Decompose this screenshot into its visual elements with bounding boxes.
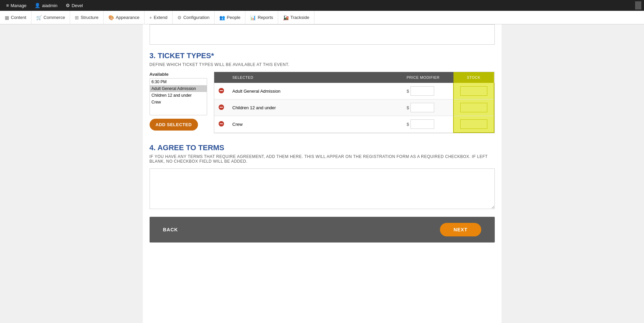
col-selected-header: Selected bbox=[228, 72, 403, 83]
table-row: Crew $ bbox=[214, 116, 494, 133]
ticket-name-2: Children 12 and under bbox=[228, 99, 403, 116]
configuration-label: Configuration bbox=[183, 15, 209, 20]
top-right-toggle[interactable] bbox=[635, 1, 641, 9]
remove-cell-2 bbox=[214, 99, 228, 116]
manage-label: Manage bbox=[10, 3, 26, 8]
stock-cell-1 bbox=[453, 83, 494, 99]
price-cell-1: $ bbox=[403, 83, 453, 99]
available-list-container: Available 6:30 PM Adult General Admissio… bbox=[150, 72, 207, 133]
stock-cell-2 bbox=[453, 99, 494, 116]
svg-rect-1 bbox=[220, 90, 223, 91]
content-icon: ▦ bbox=[5, 15, 9, 20]
price-input-2[interactable] bbox=[410, 103, 434, 112]
remove-button-2[interactable] bbox=[218, 104, 224, 111]
commerce-label: Commerce bbox=[44, 15, 65, 20]
menu-appearance[interactable]: 🎨 Appearance bbox=[104, 11, 145, 24]
people-label: People bbox=[227, 15, 240, 20]
menu-structure[interactable]: ⊞ Structure bbox=[70, 11, 104, 24]
dollar-sign-3: $ bbox=[407, 122, 409, 127]
people-icon: 👥 bbox=[219, 15, 225, 20]
manage-icon: ≡ bbox=[6, 3, 9, 8]
extend-icon: + bbox=[149, 15, 152, 20]
table-row: Children 12 and under $ bbox=[214, 99, 494, 116]
menu-trackside[interactable]: 🚂 Trackside bbox=[278, 11, 314, 24]
stock-cell-3 bbox=[453, 116, 494, 133]
main-content: 3. TICKET TYPES* DEFINE WHICH TICKET TYP… bbox=[143, 24, 502, 323]
section-4: 4. AGREE TO TERMS IF YOU HAVE ANY TERMS … bbox=[150, 143, 495, 210]
section-3-num: 3. bbox=[150, 51, 158, 60]
top-partial-box bbox=[150, 24, 495, 45]
devel-label: Devel bbox=[72, 3, 83, 8]
terms-textarea[interactable] bbox=[150, 168, 495, 209]
configuration-icon: ⚙ bbox=[177, 15, 182, 20]
aiadmin-nav-item[interactable]: 👤 aiadmin bbox=[31, 1, 61, 9]
stock-input-3[interactable] bbox=[460, 119, 487, 129]
menu-content[interactable]: ▦ Content bbox=[0, 11, 31, 24]
appearance-label: Appearance bbox=[116, 15, 139, 20]
price-input-wrap-3: $ bbox=[407, 119, 449, 129]
menu-configuration[interactable]: ⚙ Configuration bbox=[173, 11, 215, 24]
available-select[interactable]: 6:30 PM Adult General Admission Children… bbox=[150, 78, 207, 115]
col-remove bbox=[214, 72, 228, 83]
section-3-title: TICKET TYPES* bbox=[158, 51, 214, 60]
price-input-1[interactable] bbox=[410, 86, 434, 96]
section-4-subtitle: IF YOU HAVE ANY TERMS THAT REQUIRE AGREE… bbox=[150, 154, 495, 164]
menu-people[interactable]: 👥 People bbox=[215, 11, 245, 24]
remove-button-3[interactable] bbox=[218, 121, 224, 128]
add-selected-button[interactable]: ADD SELECTED bbox=[150, 119, 198, 131]
section-4-title: AGREE TO TERMS bbox=[157, 143, 224, 152]
reports-label: Reports bbox=[258, 15, 273, 20]
back-button[interactable]: BACK bbox=[163, 227, 178, 232]
price-input-3[interactable] bbox=[410, 119, 434, 129]
price-cell-3: $ bbox=[403, 116, 453, 133]
remove-cell-3 bbox=[214, 116, 228, 133]
svg-rect-3 bbox=[220, 107, 223, 108]
remove-cell-1 bbox=[214, 83, 228, 99]
action-bar: BACK NEXT bbox=[150, 217, 495, 243]
ticket-table: Selected PRICE MODIFIER STOCK Adult Gene… bbox=[214, 72, 494, 133]
ticket-table-wrapper: Selected PRICE MODIFIER STOCK Adult Gene… bbox=[214, 72, 495, 133]
manage-nav-item[interactable]: ≡ Manage bbox=[3, 1, 30, 9]
available-label: Available bbox=[150, 72, 207, 77]
reports-icon: 📊 bbox=[250, 15, 256, 20]
trackside-icon: 🚂 bbox=[283, 15, 289, 20]
structure-icon: ⊞ bbox=[75, 15, 79, 20]
price-cell-2: $ bbox=[403, 99, 453, 116]
section-4-num: 4. bbox=[150, 143, 158, 152]
col-price-header: PRICE MODIFIER bbox=[403, 72, 453, 83]
next-button[interactable]: NEXT bbox=[440, 223, 481, 236]
structure-label: Structure bbox=[81, 15, 98, 20]
option-crew[interactable]: Crew bbox=[150, 99, 207, 106]
ticket-table-header-row: Selected PRICE MODIFIER STOCK bbox=[214, 72, 494, 83]
trackside-label: Trackside bbox=[290, 15, 309, 20]
menu-extend[interactable]: + Extend bbox=[145, 11, 173, 24]
svg-rect-5 bbox=[220, 123, 223, 124]
menu-reports[interactable]: 📊 Reports bbox=[245, 11, 278, 24]
stock-input-1[interactable] bbox=[460, 86, 487, 96]
section-4-heading: 4. AGREE TO TERMS bbox=[150, 143, 495, 152]
commerce-icon: 🛒 bbox=[36, 15, 42, 20]
col-stock-header: STOCK bbox=[453, 72, 494, 83]
stock-input-2[interactable] bbox=[460, 103, 487, 112]
price-input-wrap-2: $ bbox=[407, 103, 449, 112]
section-3-subtitle: DEFINE WHICH TICKET TYPES WILL BE AVAILA… bbox=[150, 62, 495, 67]
price-input-wrap-1: $ bbox=[407, 86, 449, 96]
option-adult[interactable]: Adult General Admission bbox=[150, 85, 207, 92]
ticket-types-layout: Available 6:30 PM Adult General Admissio… bbox=[150, 72, 495, 133]
dollar-sign-2: $ bbox=[407, 105, 409, 110]
devel-nav-item[interactable]: ⚙ Devel bbox=[62, 1, 86, 9]
top-nav: ≡ Manage 👤 aiadmin ⚙ Devel bbox=[0, 0, 644, 11]
option-630pm[interactable]: 6:30 PM bbox=[150, 78, 207, 85]
section-3-heading: 3. TICKET TYPES* bbox=[150, 51, 495, 60]
dollar-sign-1: $ bbox=[407, 89, 409, 94]
remove-button-1[interactable] bbox=[218, 88, 224, 95]
ticket-name-3: Crew bbox=[228, 116, 403, 133]
extend-label: Extend bbox=[154, 15, 167, 20]
option-children[interactable]: Children 12 and under bbox=[150, 92, 207, 99]
content-label: Content bbox=[11, 15, 26, 20]
menu-commerce[interactable]: 🛒 Commerce bbox=[31, 11, 70, 24]
appearance-icon: 🎨 bbox=[108, 15, 114, 20]
aiadmin-label: aiadmin bbox=[42, 3, 58, 8]
user-icon: 👤 bbox=[35, 3, 40, 8]
table-row: Adult General Admission $ bbox=[214, 83, 494, 99]
